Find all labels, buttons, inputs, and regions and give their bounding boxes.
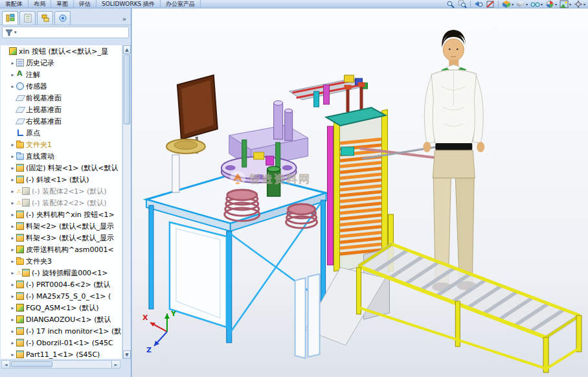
scroll-up-arrow[interactable]: ▲ (123, 45, 131, 54)
scroll-right-arrow[interactable]: ► (111, 361, 120, 368)
zoom-to-fit-icon[interactable] (446, 0, 456, 8)
tree-item[interactable]: ▸(-) PRT0004-6<2> (默认 (1, 279, 122, 290)
display-style-icon[interactable]: ▾ (515, 0, 528, 8)
scroll-down-arrow[interactable]: ▼ (123, 350, 131, 359)
dropdown-caret[interactable]: ▾ (569, 2, 571, 6)
tree-item[interactable]: ▸文件夹3 (1, 255, 122, 267)
expander-icon[interactable]: ▸ (9, 235, 16, 241)
dropdown-caret[interactable]: ▾ (512, 2, 514, 6)
expander-icon[interactable]: ▸ (9, 305, 16, 311)
expander-icon[interactable]: ▸ (9, 154, 16, 159)
expander-icon[interactable]: ▸ (9, 60, 16, 66)
annotation-icon (16, 71, 24, 78)
tree-item[interactable]: xin 按钮 (默认<<默认>_显 (1, 45, 122, 57)
propertymanager-tab[interactable] (19, 11, 36, 25)
configurationmanager-tab[interactable] (37, 11, 53, 25)
expander-icon[interactable]: ▸ (9, 317, 16, 323)
apply-scene-icon[interactable]: ▾ (559, 0, 572, 8)
tree-item[interactable]: ▸(-) 17 inch monitor<1> (默 (1, 325, 122, 337)
scroll-left-arrow[interactable]: ◄ (2, 361, 10, 368)
command-tab[interactable]: SOLIDWORKS 插件 (96, 0, 161, 8)
expander-icon[interactable]: ▸ (9, 188, 16, 194)
tree-item[interactable]: ▸Part11_1<1> (S45C) (1, 348, 122, 359)
expander-icon[interactable]: ▸ (9, 247, 16, 253)
tree-horizontal-scrollbar[interactable]: ◄ ► (1, 360, 120, 369)
tree-item-label: 原点 (26, 128, 40, 138)
tree-item[interactable]: ▸料架<3> (默认<默认_显示 (1, 232, 122, 244)
tree-item[interactable]: ▸(-) MA25x75_S_0_<1> ( (1, 290, 122, 302)
part-icon (16, 350, 24, 358)
command-tab[interactable]: 装配体 (0, 0, 28, 8)
tree-item[interactable]: ▸DIANGAOZOU<1> (默认 (1, 314, 122, 325)
expander-icon[interactable]: ▸ (9, 72, 16, 78)
dropdown-caret[interactable]: ▾ (526, 2, 528, 6)
tree-item[interactable]: ▸料架<2> (默认<默认_显示 (1, 220, 122, 232)
panel-chevron[interactable]: » (122, 16, 129, 25)
tree-item[interactable]: ▸(-) 夹料机构^xin 按钮<1> (1, 209, 122, 220)
triad-x-label: X (142, 314, 148, 322)
featuremanager-tab[interactable] (2, 11, 18, 25)
command-tab[interactable]: 办公室产品 (161, 0, 201, 8)
expander-icon[interactable]: ▸ (9, 142, 16, 148)
part-icon (16, 292, 24, 300)
tree-item[interactable]: 上视基准面 (1, 104, 122, 115)
expander-icon[interactable]: ▸ (9, 212, 16, 218)
tree-item-label: 前视基准面 (26, 93, 62, 103)
expander-icon[interactable]: ▸ (9, 352, 16, 358)
hide-show-items-icon[interactable]: ▾ (530, 0, 543, 8)
dropdown-caret[interactable]: ▾ (555, 2, 557, 6)
tree-item[interactable]: ▸历史记录 (1, 57, 122, 69)
expander-icon[interactable]: ▸ (9, 165, 16, 171)
tree-item[interactable]: 右视基准面 (1, 115, 122, 127)
expander-icon[interactable]: ▸ (9, 258, 16, 264)
tree-item[interactable]: ▸传感器 (1, 80, 122, 92)
tree-item-label: (-) PRT0004-6<2> (默认 (26, 280, 110, 290)
tree-item-label: (-) 装配体2<1> (默认) (32, 187, 107, 196)
expander-icon[interactable]: ▸ (9, 177, 16, 183)
expander-icon[interactable]: ▸ (9, 223, 16, 229)
scroll-thumb[interactable] (11, 361, 52, 367)
tree-item[interactable]: ▸注解 (1, 69, 122, 80)
tree-item[interactable]: ▸⚠(-) 装配体2<1> (默认) (1, 185, 122, 197)
tree-filter[interactable]: ▾ (2, 27, 129, 38)
part-icon (16, 176, 24, 183)
expander-icon[interactable]: ▸ (9, 328, 16, 334)
tree-vertical-scrollbar[interactable]: ▲ ▼ (122, 45, 131, 359)
tree-item[interactable]: ▸(-) Oborzil-01<1> (S45C (1, 337, 122, 348)
assembly-icon (16, 315, 24, 323)
tree-item-label: (-) 夹料机构^xin 按钮<1> (26, 210, 115, 220)
tree-item[interactable]: ▸FGQ_ASM<1> (默认) (1, 302, 122, 314)
command-tab[interactable]: 草图 (51, 0, 74, 8)
expander-icon[interactable]: ▸ (9, 293, 16, 299)
command-tab[interactable]: 评估 (74, 0, 96, 8)
previous-view-icon[interactable] (473, 0, 484, 8)
dropdown-caret[interactable]: ▾ (583, 2, 585, 6)
view-settings-icon[interactable]: ▾ (573, 0, 586, 8)
tree-item[interactable]: ▸⚠(-) 装配体2<2> (默认) (1, 197, 122, 209)
scroll-thumb[interactable] (124, 54, 130, 124)
zoom-to-area-icon[interactable] (457, 0, 468, 8)
expander-icon[interactable]: ▸ (9, 84, 16, 89)
expander-icon[interactable]: ▸ (9, 200, 16, 206)
tree-item[interactable]: ▸文件夹1 (1, 139, 122, 150)
filter-caret-icon[interactable]: ▾ (14, 30, 17, 35)
section-view-icon[interactable] (485, 0, 495, 8)
expander-icon[interactable]: ▸ (9, 282, 16, 288)
tree-item[interactable]: ▸(固定) 料架<1> (默认<默认 (1, 162, 122, 174)
tree-item[interactable]: 原点 (1, 127, 122, 139)
triad-y-label: Y (170, 310, 177, 318)
tree-item[interactable]: ▸直线震动 (1, 150, 122, 162)
tree-item-label: (-) 斜坡<1> (默认) (26, 175, 89, 185)
tree-item[interactable]: ▸⚠(-) 旋转抓帽盖000<1> (1, 267, 122, 279)
view-orientation-icon[interactable]: ▾ (501, 0, 514, 8)
expander-icon[interactable]: ▸ (9, 340, 16, 346)
graphics-viewport[interactable]: 智造资料网 X Y Z (132, 8, 588, 377)
command-tab[interactable]: 布局 (28, 0, 51, 8)
edit-appearance-icon[interactable]: ▾ (545, 0, 558, 8)
dropdown-caret[interactable]: ▾ (541, 2, 543, 6)
tree-item[interactable]: ▸(-) 斜坡<1> (默认) (1, 174, 122, 185)
tree-item[interactable]: 前视基准面 (1, 92, 122, 104)
displaymanager-tab[interactable] (54, 11, 71, 25)
tree-item[interactable]: ▸皮带送料机构^asm0001< (1, 244, 122, 255)
expander-icon[interactable]: ▸ (9, 270, 16, 276)
